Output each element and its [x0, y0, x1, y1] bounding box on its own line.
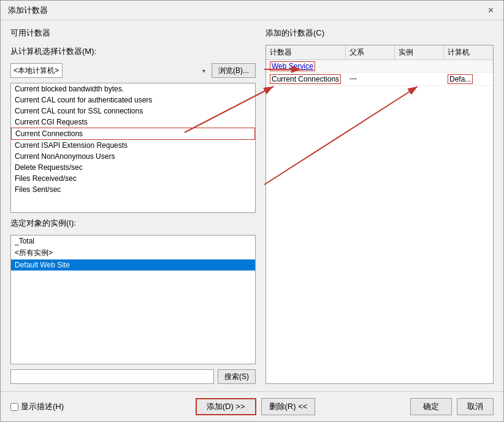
counter-machine: Defa...: [444, 73, 493, 85]
list-item[interactable]: Current CGI Requests: [11, 117, 255, 128]
col-header-machine: 计算机: [444, 45, 493, 59]
bottom-bar: 显示描述(H) 添加(D) >> 删除(R) << 确定 取消: [1, 391, 503, 421]
cancel-button[interactable]: 取消: [457, 398, 494, 415]
instance-label: 选定对象的实例(I):: [10, 218, 256, 229]
show-description-text: 显示描述(H): [21, 401, 64, 412]
left-panel: 可用计数器 从计算机选择计数器(M): <本地计算机> 浏览(B)... Cur…: [10, 28, 256, 384]
col-header-parent: 父系: [346, 45, 395, 59]
list-item[interactable]: Current Connections: [11, 128, 255, 140]
dialog-title: 添加计数器: [8, 5, 48, 16]
col-header-instance: 实例: [395, 45, 444, 59]
machine-row: <本地计算机> 浏览(B)...: [10, 63, 256, 78]
show-description-checkbox[interactable]: [10, 403, 18, 411]
current-connections-label: Current Connections: [270, 74, 341, 84]
table-row: Web Service: [266, 60, 493, 73]
dialog-body: 可用计数器 从计算机选择计数器(M): <本地计算机> 浏览(B)... Cur…: [1, 20, 503, 391]
search-row: 搜索(S): [10, 369, 256, 384]
right-panel: 添加的计数器(C) 计数器 父系 实例 计算机 Web Service: [265, 28, 494, 384]
list-item[interactable]: Files Received/sec: [11, 173, 255, 184]
list-item[interactable]: _Total: [11, 236, 255, 247]
counter-list[interactable]: Current blocked bandwidth bytes.Current …: [10, 83, 256, 213]
machine-select-wrapper[interactable]: <本地计算机>: [10, 63, 208, 78]
bottom-right: 确定 取消: [410, 398, 494, 415]
col-header-counter: 计数器: [266, 45, 346, 59]
web-service-label: Web Service: [270, 61, 315, 71]
list-item[interactable]: Current ISAPI Extension Requests: [11, 140, 255, 151]
counter-name: Current Connections: [266, 73, 346, 85]
added-counters-label: 添加的计数器(C): [265, 28, 494, 39]
added-counters-table: 计数器 父系 实例 计算机 Web Service: [265, 45, 494, 384]
instance-list[interactable]: _Total<所有实例>Default Web Site: [10, 235, 256, 365]
close-button[interactable]: ×: [486, 4, 496, 17]
list-item[interactable]: Current CAL count for SSL connections: [11, 106, 255, 117]
counter-parent: ---: [346, 73, 395, 85]
list-item[interactable]: Current blocked bandwidth bytes.: [11, 83, 255, 94]
search-button[interactable]: 搜索(S): [218, 369, 256, 384]
browse-button[interactable]: 浏览(B)...: [212, 63, 256, 78]
list-item[interactable]: Default Web Site: [11, 259, 255, 270]
group-machine: [444, 60, 493, 72]
bottom-left: 显示描述(H): [10, 401, 64, 412]
search-input[interactable]: [10, 369, 214, 384]
delete-button[interactable]: 删除(R) <<: [261, 398, 316, 415]
list-item[interactable]: Delete Requests/sec: [11, 162, 255, 173]
list-item[interactable]: Current CAL count for authenticated user…: [11, 94, 255, 106]
machine-label: 从计算机选择计数器(M):: [10, 46, 256, 57]
machine-select[interactable]: <本地计算机>: [10, 63, 63, 78]
show-description-label[interactable]: 显示描述(H): [10, 401, 64, 412]
add-button[interactable]: 添加(D) >>: [196, 398, 256, 415]
title-bar: 添加计数器 ×: [1, 1, 503, 20]
defa-label: Defa...: [448, 74, 473, 84]
ok-button[interactable]: 确定: [410, 398, 452, 415]
bottom-center: 添加(D) >> 删除(R) <<: [196, 398, 316, 415]
table-header: 计数器 父系 实例 计算机: [266, 45, 493, 60]
list-item[interactable]: Current NonAnonymous Users: [11, 151, 255, 162]
table-row: Current Connections --- Defa...: [266, 73, 493, 86]
dialog-window: 添加计数器 × 可用计数器 从计算机选择计数器(M): <本地计算机> 浏览(B…: [0, 0, 504, 422]
group-instance: [395, 60, 444, 72]
group-name: Web Service: [266, 60, 346, 72]
list-item[interactable]: Files Sent/sec: [11, 184, 255, 195]
counter-instance: [395, 73, 444, 85]
group-parent: [346, 60, 395, 72]
list-item[interactable]: <所有实例>: [11, 247, 255, 259]
section1-label: 可用计数器: [10, 28, 256, 39]
